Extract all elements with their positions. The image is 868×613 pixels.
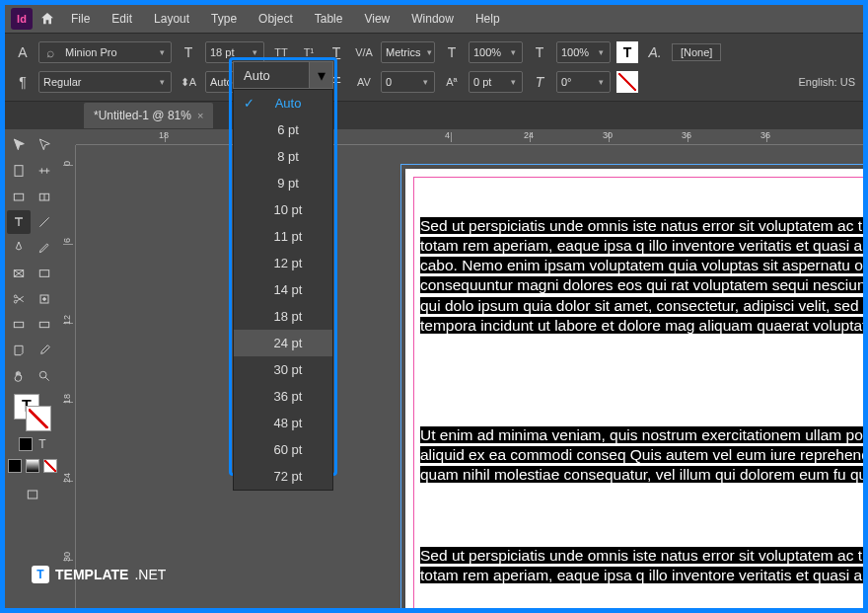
tool-direct-selection[interactable] — [33, 133, 56, 157]
menu-window[interactable]: Window — [402, 8, 463, 30]
leading-option[interactable]: 48 pt — [234, 410, 332, 436]
tool-eyedropper[interactable] — [33, 339, 56, 362]
menu-type[interactable]: Type — [202, 8, 246, 30]
allcaps-icon[interactable]: TT — [270, 41, 292, 63]
tool-page[interactable] — [7, 159, 31, 183]
tool-content-collector[interactable] — [7, 185, 31, 208]
char-style-dropdown[interactable]: [None] — [672, 43, 721, 61]
text-frame-1[interactable]: Sed ut perspiciatis unde omnis iste natu… — [420, 216, 863, 336]
charstyle-icon: A. — [644, 41, 666, 63]
tool-rectangle[interactable] — [33, 262, 56, 285]
menu-file[interactable]: File — [62, 8, 99, 30]
leading-dropdown-open: Auto ▾ Auto6 pt8 pt9 pt10 pt11 pt12 pt14… — [233, 61, 333, 491]
leading-option[interactable]: 8 pt — [234, 143, 332, 170]
swatch-black[interactable] — [8, 459, 22, 473]
svg-point-6 — [14, 300, 17, 303]
stroke-swatch-icon[interactable] — [616, 71, 638, 93]
text-frame-3[interactable]: Sed ut perspiciatis unde omnis iste natu… — [420, 546, 863, 585]
tool-zoom[interactable] — [33, 364, 56, 388]
vscale-dropdown[interactable]: 100%▾ — [469, 41, 523, 63]
text-frame-2[interactable]: Ut enim ad minima veniam, quis nostrum e… — [420, 425, 863, 485]
canvas[interactable]: 18 24 4 24 30 36 36 0 6 12 18 24 30 Sed … — [60, 129, 863, 608]
apply-color-icon[interactable] — [19, 437, 33, 451]
skew-dropdown[interactable]: 0°▾ — [556, 71, 611, 93]
leading-option[interactable]: 30 pt — [234, 356, 332, 383]
vscale-icon: T — [441, 41, 463, 63]
tool-hand[interactable] — [7, 364, 31, 388]
format-container-icon[interactable]: T — [38, 437, 45, 451]
leading-option[interactable]: 6 pt — [234, 116, 332, 143]
tool-gap[interactable] — [33, 159, 56, 183]
menu-view[interactable]: View — [355, 8, 398, 30]
color-swatches[interactable]: T — [14, 394, 51, 431]
leading-option[interactable]: 11 pt — [234, 223, 332, 250]
kerning-icon: V/A — [353, 41, 375, 63]
leading-option[interactable]: 14 pt — [234, 276, 332, 303]
language-dropdown[interactable]: English: US — [799, 76, 855, 88]
font-family-dropdown[interactable]: ⌕ Minion Pro ▾ — [38, 41, 172, 63]
svg-point-8 — [43, 298, 46, 301]
tool-free-transform[interactable] — [33, 287, 56, 311]
chevron-down-icon[interactable]: ▾ — [309, 62, 332, 88]
leading-icon: ⬍A — [178, 71, 199, 93]
leading-option[interactable]: 12 pt — [234, 250, 332, 276]
chevron-down-icon: ▾ — [416, 77, 434, 87]
chevron-down-icon: ▾ — [424, 47, 434, 57]
leading-option[interactable]: 24 pt — [234, 330, 332, 356]
hscale-dropdown[interactable]: 100%▾ — [556, 41, 611, 63]
app-logo-icon[interactable]: Id — [11, 8, 33, 30]
chevron-down-icon: ▾ — [246, 47, 263, 57]
leading-option[interactable]: Auto — [234, 90, 332, 116]
tool-selection[interactable] — [7, 133, 31, 157]
menu-table[interactable]: Table — [306, 8, 352, 30]
close-icon[interactable]: × — [197, 110, 203, 121]
kerning-dropdown[interactable]: Metrics▾ — [381, 41, 435, 63]
tool-gradient-swatch[interactable] — [7, 313, 31, 337]
tool-screen-mode[interactable] — [21, 483, 44, 506]
svg-rect-12 — [28, 491, 36, 498]
leading-option[interactable]: 9 pt — [234, 170, 332, 196]
tool-note[interactable] — [7, 339, 31, 362]
tool-pencil[interactable] — [33, 236, 56, 260]
swatch-none[interactable] — [43, 459, 57, 473]
fill-swatch-icon[interactable]: T — [616, 41, 638, 63]
svg-rect-4 — [39, 270, 48, 277]
menu-help[interactable]: Help — [467, 8, 509, 30]
hscale-icon: T — [529, 41, 550, 63]
font-size-dropdown[interactable]: 18 pt▾ — [205, 41, 264, 63]
tool-content-placer[interactable] — [33, 185, 56, 208]
underline-icon[interactable]: T — [326, 41, 347, 63]
document-page: Sed ut perspiciatis unde omnis iste natu… — [405, 169, 863, 608]
font-style-dropdown[interactable]: Regular▾ — [38, 71, 172, 93]
watermark-icon: T — [32, 566, 49, 583]
leading-dropdown-field[interactable]: Auto ▾ — [233, 61, 333, 89]
menu-object[interactable]: Object — [250, 8, 302, 30]
app-window: Id File Edit Layout Type Object Table Vi… — [5, 5, 863, 608]
tracking-dropdown[interactable]: 0▾ — [381, 71, 435, 93]
document-tab[interactable]: *Untitled-1 @ 81% × — [84, 103, 213, 128]
tool-gradient-feather[interactable] — [33, 313, 56, 337]
tool-pen[interactable] — [7, 236, 31, 260]
svg-rect-0 — [15, 166, 23, 177]
leading-option[interactable]: 18 pt — [234, 303, 332, 330]
baseline-icon: Aª — [441, 71, 463, 93]
home-icon[interactable] — [36, 8, 58, 30]
menu-bar: Id File Edit Layout Type Object Table Vi… — [5, 5, 863, 33]
chevron-down-icon: ▾ — [504, 77, 522, 87]
menu-edit[interactable]: Edit — [103, 8, 141, 30]
tool-type[interactable] — [7, 210, 31, 234]
char-format-icon[interactable]: A — [13, 42, 33, 62]
tool-line[interactable] — [33, 210, 56, 234]
leading-option[interactable]: 36 pt — [234, 383, 332, 410]
svg-rect-1 — [14, 193, 23, 200]
para-format-icon[interactable]: ¶ — [13, 72, 33, 92]
baseline-dropdown[interactable]: 0 pt▾ — [469, 71, 523, 93]
superscript-icon[interactable]: T¹ — [298, 41, 320, 63]
tool-scissors[interactable] — [7, 287, 31, 311]
tool-rectangle-frame[interactable] — [7, 262, 31, 285]
swatch-gradient[interactable] — [26, 459, 39, 473]
menu-layout[interactable]: Layout — [145, 8, 198, 30]
leading-option[interactable]: 10 pt — [234, 196, 332, 223]
leading-option[interactable]: 72 pt — [234, 463, 332, 490]
leading-option[interactable]: 60 pt — [234, 436, 332, 463]
